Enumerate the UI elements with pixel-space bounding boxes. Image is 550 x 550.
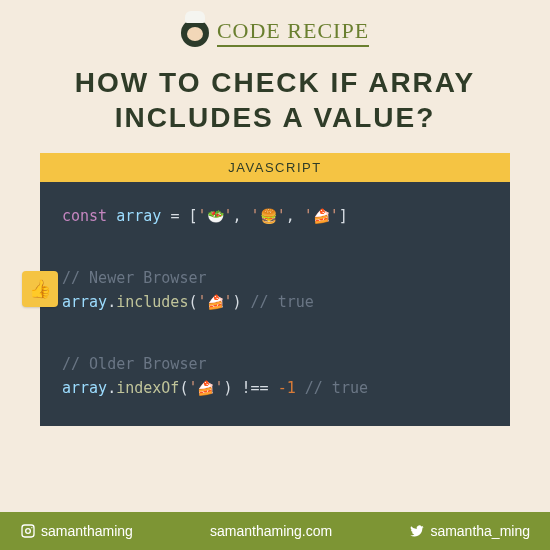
- brand-title: CODE RECIPE: [217, 18, 369, 47]
- website-link[interactable]: samanthaming.com: [210, 523, 332, 539]
- code-line-includes: array.includes('🍰') // true: [62, 290, 488, 314]
- title-line-1: HOW TO CHECK IF ARRAY: [30, 65, 520, 100]
- title-line-2: INCLUDES A VALUE?: [30, 100, 520, 135]
- instagram-handle: samanthaming: [41, 523, 133, 539]
- code-block: JAVASCRIPT 👍 const array = ['🥗', '🍔', '🍰…: [40, 153, 510, 426]
- code-language-tab: JAVASCRIPT: [40, 153, 510, 182]
- thumbs-up-icon: 👍: [22, 271, 58, 307]
- header: CODE RECIPE: [0, 0, 550, 51]
- comment-older: // Older Browser: [62, 352, 488, 376]
- twitter-link[interactable]: samantha_ming: [409, 523, 530, 539]
- twitter-icon: [409, 523, 425, 539]
- chef-logo-icon: [181, 19, 209, 47]
- instagram-link[interactable]: samanthaming: [20, 523, 133, 539]
- code-line-declare: const array = ['🥗', '🍔', '🍰']: [62, 204, 488, 228]
- twitter-handle: samantha_ming: [430, 523, 530, 539]
- code-body: const array = ['🥗', '🍔', '🍰'] // Newer B…: [40, 182, 510, 426]
- comment-newer: // Newer Browser: [62, 266, 488, 290]
- page-title: HOW TO CHECK IF ARRAY INCLUDES A VALUE?: [0, 51, 550, 153]
- footer: samanthaming samanthaming.com samantha_m…: [0, 512, 550, 550]
- instagram-icon: [20, 523, 36, 539]
- code-line-indexof: array.indexOf('🍰') !== -1 // true: [62, 376, 488, 400]
